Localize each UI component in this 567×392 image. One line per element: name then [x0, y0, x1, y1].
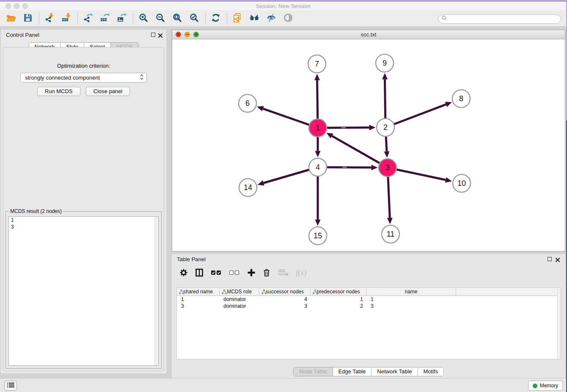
function-icon: f(x) [296, 268, 306, 277]
column-header-name[interactable]: name [366, 288, 456, 295]
tab-network-table[interactable]: Network Table [372, 367, 418, 376]
duplicate-network-button[interactable] [231, 13, 244, 25]
save-session-button[interactable] [21, 13, 35, 25]
toolbar-separator [77, 13, 78, 25]
column-header-shared-name[interactable]: shared name [177, 288, 220, 295]
table-panel-title: Table Panel [177, 256, 206, 262]
tab-node-table[interactable]: Node Table [294, 367, 333, 376]
close-panel-button[interactable]: Close panel [86, 87, 130, 96]
mcds-result-legend: MCDS result (2 nodes) [9, 208, 63, 214]
column-visibility-button[interactable] [195, 267, 204, 278]
zoom-out-button[interactable] [154, 13, 167, 25]
add-column-button[interactable] [247, 267, 256, 278]
tab-edge-table[interactable]: Edge Table [333, 367, 372, 376]
optimization-criterion-select[interactable]: strongly connected component [20, 73, 147, 83]
deselect-all-button[interactable] [229, 267, 240, 278]
mcds-result-values: 13 [9, 217, 158, 230]
table-cell[interactable]: 1 [177, 296, 220, 303]
tab-motifs[interactable]: Motifs [418, 367, 443, 376]
delete-column-button[interactable] [263, 267, 271, 278]
graph-edge-1-6[interactable] [257, 106, 318, 128]
node-label: 11 [387, 230, 395, 238]
graph-node-3[interactable]: 3 [379, 159, 396, 177]
delete-table-button[interactable] [278, 267, 289, 278]
table-cell[interactable]: dominator [220, 296, 259, 303]
float-table-panel-icon[interactable] [548, 257, 552, 261]
export-table-button[interactable] [98, 13, 112, 25]
graph-node-14[interactable]: 14 [239, 179, 257, 196]
graph-node-11[interactable]: 11 [382, 225, 399, 243]
open-session-button[interactable] [4, 13, 18, 25]
table-cell[interactable]: 3 [177, 303, 220, 309]
function-builder-button[interactable]: f(x) [296, 267, 306, 278]
close-table-panel-icon[interactable] [555, 257, 560, 262]
table-options-button[interactable] [179, 267, 188, 278]
graph-node-7[interactable]: 7 [308, 55, 326, 73]
zoom-selected-icon [189, 13, 199, 25]
refresh-layout-button[interactable] [209, 13, 223, 25]
table-cell[interactable]: 4 [259, 296, 311, 303]
node-label: 7 [315, 60, 319, 68]
graph-edge-3-1[interactable] [326, 133, 388, 168]
quick-search[interactable] [438, 14, 561, 24]
show-all-button[interactable] [281, 13, 295, 25]
network-title: scc.txt [172, 31, 565, 38]
zoom-out-icon [155, 13, 165, 25]
export-image-button[interactable] [115, 13, 129, 25]
column-header-MCDS-role[interactable]: MCDS role [220, 288, 259, 295]
import-table-button[interactable] [60, 13, 73, 25]
table-row[interactable]: 3dominator323 [177, 303, 561, 309]
graph-node-6[interactable]: 6 [239, 94, 256, 112]
toolbar-separator [39, 13, 39, 25]
mcds-result-scrollbar[interactable] [154, 217, 158, 365]
memory-button[interactable]: Memory [528, 381, 563, 391]
graph-edge-4-14[interactable] [258, 167, 318, 185]
float-panel-icon[interactable] [151, 33, 155, 37]
search-icon [441, 15, 447, 23]
search-input[interactable] [447, 15, 561, 23]
table-panel-header: Table Panel [172, 254, 565, 264]
window-title: Session: New Session [0, 3, 566, 9]
zoom-selected-button[interactable] [187, 13, 201, 25]
select-all-button[interactable] [211, 267, 222, 278]
table-scrollbar[interactable] [557, 288, 561, 359]
column-header-successor-nodes[interactable]: successor nodes [259, 288, 311, 295]
graph-node-2[interactable]: 2 [377, 119, 394, 136]
graph-node-8[interactable]: 8 [452, 90, 470, 108]
memory-status-icon [533, 384, 537, 388]
hierarchy-icon [179, 290, 184, 294]
zoom-in-button[interactable] [137, 13, 150, 25]
graph-node-10[interactable]: 10 [453, 174, 471, 192]
table-cell[interactable]: 1 [311, 296, 366, 303]
task-history-button[interactable] [4, 381, 17, 391]
graph-node-4[interactable]: 4 [309, 158, 327, 176]
table-row[interactable]: 1dominator411 [177, 296, 561, 303]
import-network-button[interactable] [43, 13, 56, 25]
network-window-titlebar[interactable]: scc.txt [172, 30, 565, 39]
table-cell[interactable]: 1 [366, 296, 456, 303]
mcds-buttons: Run MCDS Close panel [3, 87, 164, 96]
table-cell[interactable]: 3 [366, 303, 456, 309]
zoom-fit-button[interactable] [171, 13, 184, 25]
close-panel-icon[interactable] [158, 32, 163, 37]
save-session-icon [23, 13, 33, 25]
graph-edge-2-8[interactable] [385, 102, 452, 127]
export-network-button[interactable] [81, 13, 95, 25]
run-mcds-button[interactable]: Run MCDS [37, 87, 80, 96]
first-neighbors-button[interactable] [248, 13, 261, 25]
graph-node-1[interactable]: 1 [309, 119, 327, 137]
graph-node-9[interactable]: 9 [376, 54, 394, 72]
table-cell[interactable]: 3 [259, 303, 311, 309]
column-label: successor nodes [266, 289, 304, 295]
column-header-predecessor-nodes[interactable]: predecessor nodes [311, 288, 366, 295]
graph-edge-3-10[interactable] [388, 168, 452, 182]
table-cell[interactable]: 2 [311, 303, 366, 309]
graph-node-15[interactable]: 15 [309, 227, 327, 245]
hide-selected-button[interactable] [264, 13, 278, 25]
window-titlebar[interactable]: Session: New Session [0, 2, 566, 11]
network-canvas[interactable]: 7968124314101511 [172, 39, 565, 251]
node-label: 2 [383, 123, 388, 132]
mcds-result-list[interactable]: 13 [8, 216, 159, 366]
table-header-row: shared nameMCDS rolesuccessor nodesprede… [177, 288, 561, 296]
table-cell[interactable]: dominator [220, 303, 259, 309]
